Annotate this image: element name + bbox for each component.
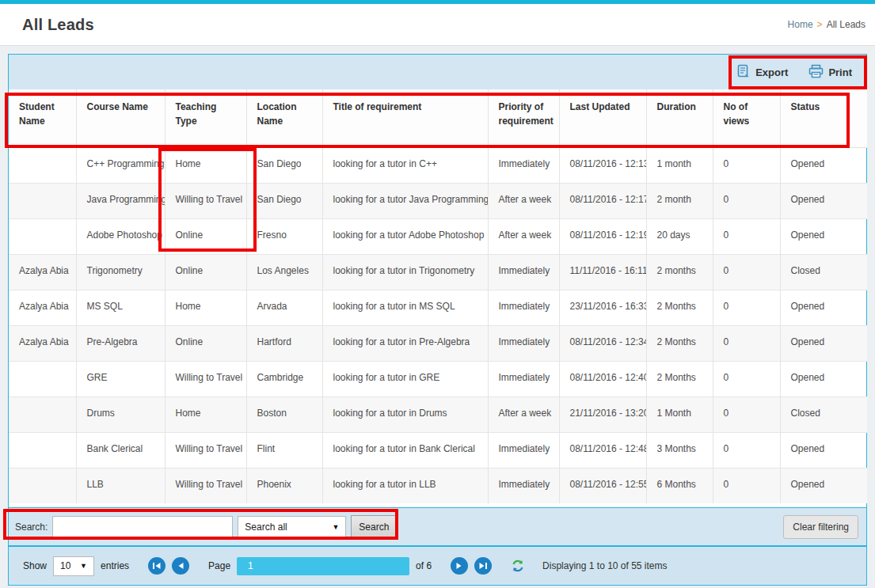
cell-last-updated: 08/11/2016 - 12:19 xyxy=(559,218,646,254)
cell-student-name xyxy=(9,396,76,432)
cell-priority: After a week xyxy=(488,218,559,254)
leads-panel: Export Print Student NameCourse NameTeac… xyxy=(8,54,867,586)
page-header: All Leads Home>All Leads xyxy=(0,4,875,46)
cell-title: looking for a tutor in LLB xyxy=(322,468,488,503)
table-row[interactable]: DrumsHomeBostonlooking for a tutor in Dr… xyxy=(9,396,867,432)
cell-course-name: LLB xyxy=(76,468,165,503)
cell-last-updated: 11/11/2016 - 16:11 xyxy=(559,254,646,290)
cell-priority: Immediately xyxy=(488,432,559,468)
cell-last-updated: 08/11/2016 - 12:17 xyxy=(559,183,646,218)
page-label: Page xyxy=(208,560,230,571)
cell-priority: Immediately xyxy=(488,290,559,325)
column-header-teaching-type[interactable]: Teaching Type xyxy=(165,89,246,147)
cell-location-name: Hartford xyxy=(246,325,322,361)
cell-last-updated: 08/11/2016 - 12:55 xyxy=(559,468,646,503)
table-row[interactable]: LLBWilling to TravelPhoenixlooking for a… xyxy=(9,468,867,503)
cell-status: Opened xyxy=(780,290,867,325)
chevron-down-icon: ▼ xyxy=(80,562,87,570)
cell-last-updated: 08/11/2016 - 12:48 xyxy=(559,432,646,468)
cell-student-name xyxy=(9,183,76,218)
cell-duration: 1 month xyxy=(646,147,713,183)
breadcrumb: Home>All Leads xyxy=(788,19,865,30)
cell-course-name: Drums xyxy=(76,396,165,432)
breadcrumb-home-link[interactable]: Home xyxy=(788,19,813,30)
cell-course-name: Java Programming xyxy=(76,183,165,218)
table-row[interactable]: Azalya AbiaMS SQLHomeArvadalooking for a… xyxy=(9,290,867,325)
cell-views: 0 xyxy=(713,432,780,468)
refresh-icon[interactable] xyxy=(511,559,525,573)
next-page-button[interactable] xyxy=(451,557,468,575)
cell-student-name: Azalya Abia xyxy=(9,290,76,325)
cell-views: 0 xyxy=(713,290,780,325)
cell-last-updated: 08/11/2016 - 12:13 xyxy=(559,147,646,183)
cell-course-name: GRE xyxy=(76,361,165,396)
table-row[interactable]: GREWilling to TravelCambridgelooking for… xyxy=(9,361,867,396)
cell-title: looking for a tutor in Pre-Algebra xyxy=(322,325,488,361)
cell-location-name: Phoenix xyxy=(246,468,322,503)
last-page-button[interactable] xyxy=(474,557,492,575)
clear-filtering-button[interactable]: Clear filtering xyxy=(783,515,858,539)
cell-duration: 1 Month xyxy=(646,396,713,432)
cell-status: Opened xyxy=(780,147,867,183)
cell-teaching-type: Online xyxy=(165,218,246,254)
cell-priority: After a week xyxy=(488,396,559,432)
cell-location-name: Flint xyxy=(246,432,322,468)
cell-course-name: MS SQL xyxy=(76,290,165,325)
column-header-views[interactable]: No of views xyxy=(713,89,780,147)
breadcrumb-current: All Leads xyxy=(827,19,865,30)
cell-teaching-type: Willing to Travel xyxy=(165,361,246,396)
cell-priority: Immediately xyxy=(488,147,559,183)
cell-teaching-type: Home xyxy=(165,396,246,432)
page-number-input[interactable] xyxy=(237,557,409,575)
cell-title: looking for a tutor in Trigonometry xyxy=(322,254,488,290)
next-page-icon xyxy=(455,562,463,570)
entries-select[interactable]: 10 ▼ xyxy=(53,556,94,576)
column-header-duration[interactable]: Duration xyxy=(646,89,713,147)
cell-title: looking for a tutor in Bank Clerical xyxy=(322,432,488,468)
column-header-student-name[interactable]: Student Name xyxy=(9,89,76,147)
cell-views: 0 xyxy=(713,147,780,183)
table-row[interactable]: Bank ClericalWilling to TravelFlintlooki… xyxy=(9,432,867,468)
filter-bar: Search: Search all ▼ Search Clear filter… xyxy=(9,507,866,545)
print-button[interactable]: Print xyxy=(808,64,852,81)
table-row[interactable]: C++ ProgrammingHomeSan Diegolooking for … xyxy=(9,147,867,183)
cell-last-updated: 23/11/2016 - 16:33 xyxy=(559,290,646,325)
cell-priority: After a week xyxy=(488,183,559,218)
page-count-label: of 6 xyxy=(416,560,432,571)
column-header-course-name[interactable]: Course Name xyxy=(76,89,165,147)
cell-location-name: Cambridge xyxy=(246,361,322,396)
cell-title: looking for a tutor Java Programming xyxy=(322,183,488,218)
column-header-title[interactable]: Title of requirement xyxy=(322,89,488,147)
column-header-last-updated[interactable]: Last Updated xyxy=(559,89,646,147)
cell-status: Opened xyxy=(780,325,867,361)
show-label: Show xyxy=(23,560,47,571)
print-label: Print xyxy=(828,66,852,78)
search-scope-select[interactable]: Search all ▼ xyxy=(238,516,346,537)
cell-status: Closed xyxy=(780,254,867,290)
cell-title: looking for a tutor in Drums xyxy=(322,396,488,432)
cell-duration: 20 days xyxy=(646,218,713,254)
table-row[interactable]: Azalya AbiaTrigonometryOnlineLos Angeles… xyxy=(9,254,867,290)
search-label: Search: xyxy=(15,522,48,533)
cell-title: looking for a tutor in GRE xyxy=(322,361,488,396)
export-button[interactable]: Export xyxy=(736,64,788,81)
cell-teaching-type: Home xyxy=(165,147,246,183)
export-label: Export xyxy=(755,66,788,78)
first-page-button[interactable] xyxy=(148,557,165,575)
cell-course-name: Trigonometry xyxy=(76,254,165,290)
printer-icon xyxy=(808,64,824,81)
cell-title: looking for a tutor in C++ xyxy=(322,147,488,183)
cell-status: Opened xyxy=(780,218,867,254)
table-row[interactable]: Azalya AbiaPre-AlgebraOnlineHartfordlook… xyxy=(9,325,867,361)
previous-page-button[interactable] xyxy=(172,557,189,575)
cell-course-name: C++ Programming xyxy=(76,147,165,183)
table-row[interactable]: Adobe PhotoshopOnlineFresnolooking for a… xyxy=(9,218,867,254)
cell-teaching-type: Home xyxy=(165,290,246,325)
column-header-status[interactable]: Status xyxy=(780,89,867,147)
search-input[interactable] xyxy=(52,516,233,537)
table-row[interactable]: Java ProgrammingWilling to TravelSan Die… xyxy=(9,183,867,218)
column-header-priority[interactable]: Priority of requirement xyxy=(488,89,559,147)
search-button[interactable]: Search xyxy=(351,515,397,538)
cell-views: 0 xyxy=(713,218,780,254)
column-header-location-name[interactable]: Location Name xyxy=(246,89,322,147)
